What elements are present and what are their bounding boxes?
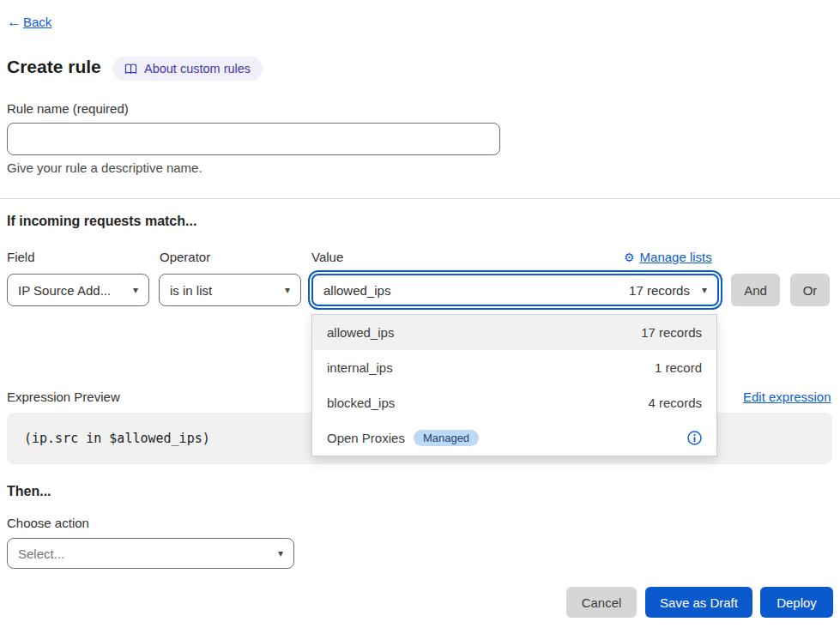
chevron-down-icon: ▾ bbox=[702, 285, 707, 295]
list-item-name: allowed_ips bbox=[327, 325, 394, 340]
save-as-draft-button[interactable]: Save as Draft bbox=[645, 587, 752, 618]
expression-preview-label: Expression Preview bbox=[7, 389, 120, 404]
cancel-button[interactable]: Cancel bbox=[566, 587, 637, 618]
list-item-records: 1 record bbox=[655, 360, 702, 375]
managed-badge: Managed bbox=[414, 430, 479, 446]
manage-lists-label: Manage lists bbox=[640, 250, 712, 264]
list-item-internal-ips[interactable]: internal_ips 1 record bbox=[312, 350, 716, 385]
field-label: Field bbox=[7, 250, 35, 264]
back-arrow-icon: ← bbox=[7, 15, 21, 29]
match-section-heading: If incoming requests match... bbox=[7, 214, 196, 229]
action-select[interactable]: Select... ▾ bbox=[7, 538, 294, 569]
value-label: Value bbox=[311, 250, 343, 264]
chevron-down-icon: ▾ bbox=[133, 285, 138, 295]
choose-action-label: Choose action bbox=[7, 516, 89, 530]
section-divider bbox=[0, 198, 840, 199]
back-link[interactable]: ←Back bbox=[7, 15, 51, 29]
back-label: Back bbox=[23, 15, 51, 29]
list-item-name: internal_ips bbox=[327, 360, 393, 375]
chevron-down-icon: ▾ bbox=[278, 548, 283, 559]
value-select-records: 17 records bbox=[629, 283, 690, 298]
operator-select-value: is in list bbox=[170, 283, 212, 298]
gear-icon: ⚙ bbox=[624, 251, 635, 263]
about-custom-rules-link[interactable]: About custom rules bbox=[112, 57, 263, 81]
operator-label: Operator bbox=[160, 250, 210, 264]
list-dropdown-menu: allowed_ips 17 records internal_ips 1 re… bbox=[311, 314, 717, 456]
or-button[interactable]: Or bbox=[790, 274, 830, 306]
action-select-placeholder: Select... bbox=[18, 546, 64, 561]
then-section-heading: Then... bbox=[7, 484, 51, 499]
list-item-records: 4 records bbox=[648, 395, 702, 410]
deploy-button[interactable]: Deploy bbox=[760, 587, 833, 618]
rule-name-label: Rule name (required) bbox=[7, 101, 129, 116]
edit-expression-link[interactable]: Edit expression bbox=[743, 389, 831, 404]
edit-expression-label: Edit expression bbox=[743, 389, 831, 404]
operator-select[interactable]: is in list ▾ bbox=[159, 274, 301, 306]
list-item-open-proxies[interactable]: Open Proxies Managed bbox=[312, 420, 716, 456]
rule-name-input[interactable] bbox=[7, 123, 500, 155]
and-button[interactable]: And bbox=[731, 274, 780, 306]
info-icon[interactable] bbox=[687, 431, 702, 445]
field-select[interactable]: IP Source Add... ▾ bbox=[7, 274, 149, 306]
list-item-records: 17 records bbox=[641, 325, 702, 340]
about-custom-rules-label: About custom rules bbox=[144, 62, 251, 75]
list-item-blocked-ips[interactable]: blocked_ips 4 records bbox=[312, 385, 716, 420]
list-item-name: Open Proxies bbox=[327, 431, 405, 445]
value-select[interactable]: allowed_ips 17 records ▾ bbox=[311, 274, 719, 306]
page-title: Create rule bbox=[7, 57, 101, 77]
field-select-value: IP Source Add... bbox=[18, 283, 111, 298]
list-item-allowed-ips[interactable]: allowed_ips 17 records bbox=[312, 315, 716, 350]
book-icon bbox=[124, 63, 137, 75]
rule-name-helper: Give your rule a descriptive name. bbox=[7, 160, 202, 175]
list-item-name: blocked_ips bbox=[327, 395, 395, 410]
value-select-value: allowed_ips bbox=[323, 283, 390, 298]
expression-code: (ip.src in $allowed_ips) bbox=[24, 431, 210, 446]
create-rule-page: ←Back Create rule About custom rules Rul… bbox=[0, 0, 840, 634]
manage-lists-link[interactable]: ⚙ Manage lists bbox=[624, 250, 712, 264]
chevron-down-icon: ▾ bbox=[285, 285, 290, 295]
